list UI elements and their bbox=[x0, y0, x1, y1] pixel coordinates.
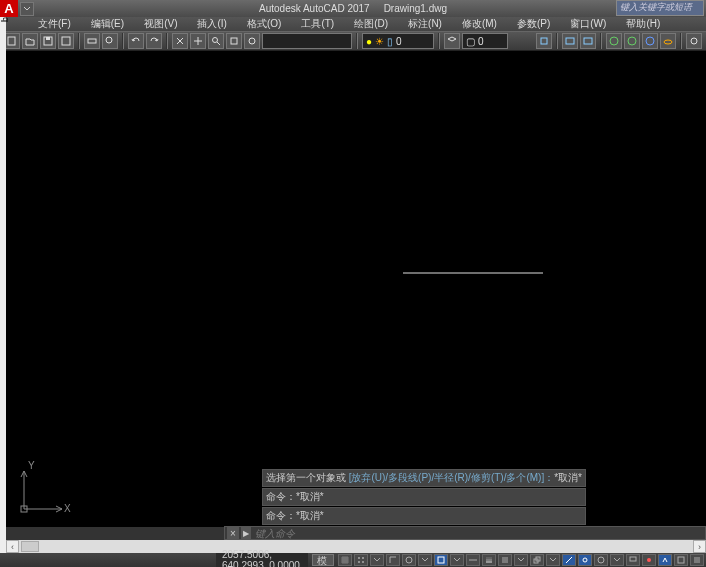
scroll-thumb[interactable] bbox=[21, 541, 39, 552]
linetype-combo[interactable]: ▢ 0 bbox=[462, 33, 508, 49]
refresh-icon[interactable] bbox=[686, 33, 702, 49]
command-combo[interactable] bbox=[262, 33, 352, 49]
monitor-icon[interactable] bbox=[626, 554, 640, 566]
svg-rect-3 bbox=[62, 37, 70, 45]
grid-toggle-icon[interactable] bbox=[338, 554, 352, 566]
linetype-name: 0 bbox=[478, 36, 484, 47]
square-icon: ▢ bbox=[466, 36, 475, 47]
cmd-hist-line: 命令：*取消* bbox=[262, 488, 586, 506]
separator bbox=[78, 33, 80, 49]
tool-icon[interactable] bbox=[244, 33, 260, 49]
preview-icon[interactable] bbox=[102, 33, 118, 49]
menu-draw[interactable]: 绘图(D) bbox=[354, 17, 388, 31]
cmd-val: *取消* bbox=[296, 510, 324, 521]
layer-state-combo[interactable]: ● ☀ ▯ 0 bbox=[362, 33, 434, 49]
cmd-val: *取消* bbox=[296, 491, 324, 502]
qat-dropdown-icon[interactable] bbox=[20, 2, 34, 16]
menu-dimension[interactable]: 标注(N) bbox=[408, 17, 442, 31]
svg-rect-0 bbox=[8, 37, 15, 45]
menu-param[interactable]: 参数(P) bbox=[517, 17, 550, 31]
svg-point-27 bbox=[358, 561, 360, 563]
open-icon[interactable] bbox=[22, 33, 38, 49]
save-icon[interactable] bbox=[40, 33, 56, 49]
globe-icon[interactable] bbox=[606, 33, 622, 49]
separator bbox=[166, 33, 168, 49]
chevron-down-icon[interactable] bbox=[610, 554, 624, 566]
isolate-icon[interactable] bbox=[642, 554, 656, 566]
command-input[interactable] bbox=[251, 528, 705, 539]
svg-point-6 bbox=[213, 38, 218, 43]
plot-icon[interactable] bbox=[84, 33, 100, 49]
cut-icon[interactable] bbox=[172, 33, 188, 49]
selection-cycling-icon[interactable] bbox=[530, 554, 544, 566]
chevron-down-icon[interactable] bbox=[370, 554, 384, 566]
menu-file[interactable]: 文件(F) bbox=[38, 17, 71, 31]
chevron-down-icon[interactable] bbox=[450, 554, 464, 566]
cloud-icon[interactable] bbox=[660, 33, 676, 49]
saveas-icon[interactable] bbox=[58, 33, 74, 49]
snap-toggle-icon[interactable] bbox=[354, 554, 368, 566]
command-line[interactable]: × ▶ bbox=[224, 526, 706, 540]
svg-point-25 bbox=[358, 557, 360, 559]
clean-screen-icon[interactable] bbox=[674, 554, 688, 566]
menu-modify[interactable]: 修改(M) bbox=[462, 17, 497, 31]
zoom-icon[interactable] bbox=[208, 33, 224, 49]
menu-format[interactable]: 格式(O) bbox=[247, 17, 281, 31]
chevron-down-icon[interactable] bbox=[514, 554, 528, 566]
close-icon[interactable]: × bbox=[227, 527, 239, 539]
menu-window[interactable]: 窗口(W) bbox=[570, 17, 606, 31]
cmd-hist-line: 命令：*取消* bbox=[262, 507, 586, 525]
redo-icon[interactable] bbox=[146, 33, 162, 49]
globe-icon[interactable] bbox=[642, 33, 658, 49]
ortho-toggle-icon[interactable] bbox=[386, 554, 400, 566]
svg-point-15 bbox=[646, 37, 654, 45]
pan-icon[interactable] bbox=[190, 33, 206, 49]
polar-toggle-icon[interactable] bbox=[402, 554, 416, 566]
command-history: 选择第一个对象或 [放弃(U)/多段线(P)/半径(R)/修剪(T)/多个(M)… bbox=[262, 468, 586, 525]
titlebar: A Autodesk AutoCAD 2017 Drawing1.dwg 键入关… bbox=[0, 0, 706, 17]
lineweight-toggle-icon[interactable] bbox=[482, 554, 496, 566]
status-toggles bbox=[338, 553, 704, 567]
menu-help[interactable]: 帮助(H) bbox=[626, 17, 660, 31]
help-search-input[interactable]: 键入关键字或短语 bbox=[616, 0, 704, 16]
title-center: Autodesk AutoCAD 2017 Drawing1.dwg bbox=[259, 3, 447, 14]
annotation-visibility-icon[interactable] bbox=[578, 554, 592, 566]
menu-insert[interactable]: 插入(I) bbox=[197, 17, 226, 31]
separator bbox=[680, 33, 682, 49]
model-tab[interactable]: 模型 bbox=[312, 554, 334, 566]
customize-icon[interactable] bbox=[690, 554, 704, 566]
horizontal-scrollbar[interactable]: ‹ › bbox=[6, 540, 706, 553]
otrack-toggle-icon[interactable] bbox=[466, 554, 480, 566]
bulb-icon: ● bbox=[366, 36, 372, 47]
osnap-toggle-icon[interactable] bbox=[434, 554, 448, 566]
statusbar: 2057.5006, 640.2993, 0.0000 模型 bbox=[0, 553, 706, 567]
chevron-down-icon[interactable] bbox=[546, 554, 560, 566]
separator bbox=[556, 33, 558, 49]
menu-edit[interactable]: 编辑(E) bbox=[91, 17, 124, 31]
new-icon[interactable] bbox=[4, 33, 20, 49]
annotation-scale-icon[interactable] bbox=[562, 554, 576, 566]
scroll-left-icon[interactable]: ‹ bbox=[6, 540, 19, 553]
chevron-right-icon[interactable]: ▶ bbox=[241, 527, 251, 539]
app-logo[interactable]: A bbox=[0, 0, 18, 17]
view-icon[interactable] bbox=[562, 33, 578, 49]
undo-icon[interactable] bbox=[128, 33, 144, 49]
menu-view[interactable]: 视图(V) bbox=[144, 17, 177, 31]
match-icon[interactable] bbox=[536, 33, 552, 49]
tool-icon[interactable] bbox=[226, 33, 242, 49]
workspace-icon[interactable] bbox=[594, 554, 608, 566]
svg-point-39 bbox=[598, 557, 604, 563]
drawn-inner-line bbox=[400, 241, 546, 281]
layer-icon[interactable] bbox=[444, 33, 460, 49]
hardware-accel-icon[interactable] bbox=[658, 554, 672, 566]
svg-point-5 bbox=[106, 37, 112, 43]
chevron-down-icon[interactable] bbox=[418, 554, 432, 566]
svg-point-28 bbox=[362, 561, 364, 563]
svg-rect-40 bbox=[630, 557, 636, 561]
view-icon[interactable] bbox=[580, 33, 596, 49]
menu-tools[interactable]: 工具(T) bbox=[301, 17, 334, 31]
transparency-toggle-icon[interactable] bbox=[498, 554, 512, 566]
globe-icon[interactable] bbox=[624, 33, 640, 49]
scroll-right-icon[interactable]: › bbox=[693, 540, 706, 553]
drawing-canvas[interactable]: Y X bbox=[6, 51, 706, 527]
